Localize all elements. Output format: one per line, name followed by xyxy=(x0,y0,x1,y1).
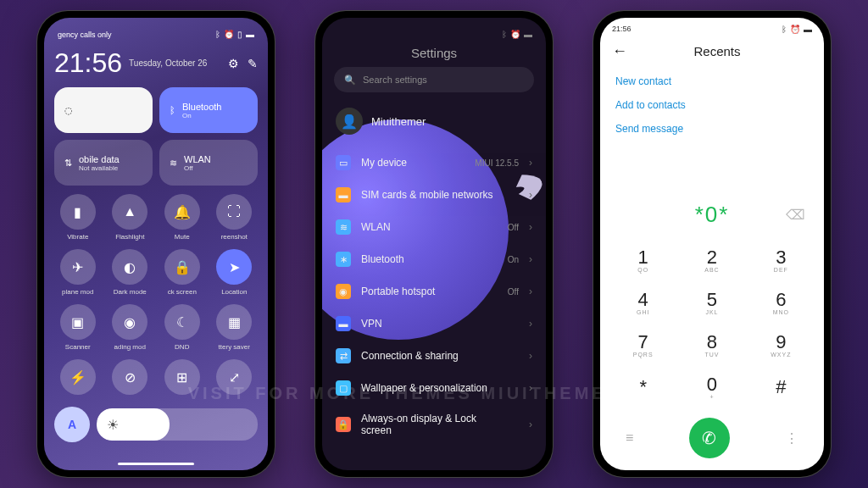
qs-label: plane mod xyxy=(62,288,93,296)
qs-label: Dark mode xyxy=(114,288,147,296)
qs-toggle[interactable]: 🔒 ck screen xyxy=(159,249,206,296)
keypad-key[interactable]: 3 DEF xyxy=(747,238,815,280)
tile-bluetooth[interactable]: ᛒ Bluetooth On xyxy=(159,87,258,133)
bluetooth-icon: ᛒ xyxy=(502,30,507,39)
clock-date: Tuesday, October 26 xyxy=(129,58,221,68)
chevron-right-icon: › xyxy=(529,382,532,394)
dialer-link[interactable]: Send message xyxy=(615,123,809,135)
qs-label: ttery saver xyxy=(219,343,250,351)
key-letters: + xyxy=(709,394,714,400)
settings-item-value: MIUI 12.5.5 xyxy=(475,158,519,168)
backspace-button[interactable]: ⌫ xyxy=(786,207,805,223)
status-time: 21:56 xyxy=(612,25,632,34)
qs-toggle[interactable]: ◐ Dark mode xyxy=(107,249,154,296)
qs-toggle[interactable]: 🔔 Mute xyxy=(159,194,206,241)
qs-toggle[interactable]: ⊘ xyxy=(107,359,154,398)
alarm-icon: ⏰ xyxy=(790,25,800,34)
settings-item[interactable]: ▬ VPN › xyxy=(334,308,534,340)
keypad-key[interactable]: 1 QO xyxy=(609,238,677,280)
status-bar: 21:56 ᛒ ⏰ ▬ xyxy=(600,18,824,37)
edit-icon[interactable]: ✎ xyxy=(248,57,258,70)
key-number: 6 xyxy=(776,289,786,311)
avatar-icon: 👤 xyxy=(336,108,363,135)
tile-mobile-data[interactable]: ⇅ obile data Not available xyxy=(54,140,153,186)
call-button[interactable]: ✆ xyxy=(689,418,730,458)
qs-toggle[interactable]: ➤ Location xyxy=(211,249,259,296)
keypad-key[interactable]: * xyxy=(609,365,677,408)
auto-brightness-button[interactable]: A xyxy=(54,407,90,442)
qs-toggle[interactable]: ⛶ reenshot xyxy=(211,194,259,241)
account-row[interactable]: 👤 Miuithemer xyxy=(334,103,534,147)
qs-toggle[interactable]: ✈ plane mod xyxy=(54,249,102,296)
qs-label: ading mod xyxy=(114,343,146,351)
qs-toggle[interactable]: ▲ Flashlight xyxy=(107,194,154,241)
qs-icon: ⛶ xyxy=(216,194,252,230)
qs-icon: 🔒 xyxy=(164,249,200,285)
keypad-key[interactable]: 0 + xyxy=(677,365,746,408)
menu-button[interactable]: ≡ xyxy=(626,430,633,446)
vibrate-icon: ▯ xyxy=(237,30,242,39)
qs-icon: ☾ xyxy=(164,304,200,340)
settings-item[interactable]: ▢ Wallpaper & personalization › xyxy=(334,372,534,404)
dialer-links: New contactAdd to contactsSend message xyxy=(600,70,824,140)
settings-icon[interactable]: ⚙ xyxy=(228,57,239,70)
key-number: 1 xyxy=(638,247,648,269)
qs-toggle[interactable]: ▣ Scanner xyxy=(54,304,102,351)
settings-item[interactable]: ⇄ Connection & sharing › xyxy=(334,340,534,372)
phone-settings: ᛒ ⏰ ▬ Settings 🔍 Search settings 👤 Miuit… xyxy=(315,11,553,477)
settings-item[interactable]: ▬ SIM cards & mobile networks › xyxy=(334,179,534,211)
qs-toggle[interactable]: ☾ DND xyxy=(159,304,206,351)
qs-toggle[interactable]: ⚡ xyxy=(54,359,102,398)
qs-toggle[interactable]: ▦ ttery saver xyxy=(211,304,259,351)
qs-label: Vibrate xyxy=(67,233,88,241)
settings-item[interactable]: ◉ Portable hotspot Off › xyxy=(334,275,534,308)
settings-item[interactable]: ▭ My device MIUI 12.5.5 › xyxy=(334,147,534,179)
chevron-right-icon: › xyxy=(529,221,532,233)
settings-item-icon: 🔒 xyxy=(336,417,351,432)
settings-item-icon: ⇄ xyxy=(336,348,351,363)
qs-toggle[interactable]: ⤢ xyxy=(211,359,259,398)
settings-item-label: My device xyxy=(361,157,407,169)
bluetooth-icon: ᛒ xyxy=(215,30,220,39)
key-number: 2 xyxy=(707,247,717,269)
carrier-text: gency calls only xyxy=(58,30,112,39)
keypad-key[interactable]: # xyxy=(747,365,815,408)
tile-bluetooth-sub: On xyxy=(182,112,221,119)
qs-label: Flashlight xyxy=(115,233,144,241)
settings-item-label: SIM cards & mobile networks xyxy=(361,189,492,201)
keypad-key[interactable]: 9 WXYZ xyxy=(747,323,815,365)
search-settings-input[interactable]: 🔍 Search settings xyxy=(334,67,534,92)
qs-toggle[interactable]: ▮ Vibrate xyxy=(54,194,102,241)
settings-item[interactable]: 🔒 Always-on display & Lock screen › xyxy=(334,404,534,445)
keypad-key[interactable]: 6 MNO xyxy=(747,280,815,323)
tile-data-label: obile data xyxy=(79,154,120,164)
dialer-link[interactable]: Add to contacts xyxy=(615,99,809,111)
keypad-key[interactable]: 8 TUV xyxy=(677,323,746,365)
keypad-key[interactable]: 4 GHI xyxy=(609,280,677,323)
keypad-key[interactable]: 2 ABC xyxy=(677,238,746,280)
qs-icon: ⊘ xyxy=(112,359,147,395)
chevron-right-icon: › xyxy=(529,253,532,265)
keypad-key[interactable]: 5 JKL xyxy=(677,280,746,323)
qs-toggle[interactable]: ◉ ading mod xyxy=(107,304,154,351)
settings-item-value: Off xyxy=(508,287,519,297)
status-bar: gency calls only ᛒ ⏰ ▯ ▬ xyxy=(54,28,258,44)
qs-label: ck screen xyxy=(168,288,197,296)
brightness-slider[interactable]: ☀ xyxy=(97,408,258,441)
settings-item[interactable]: ≋ WLAN Off › xyxy=(334,211,534,243)
qs-toggle[interactable]: ⊞ xyxy=(159,359,206,398)
keypad-key[interactable]: 7 PQRS xyxy=(609,323,677,365)
dialer-link[interactable]: New contact xyxy=(615,75,809,87)
tile-water[interactable]: ◌ xyxy=(54,87,153,133)
qs-label: Location xyxy=(221,288,247,296)
settings-item[interactable]: ∗ Bluetooth On › xyxy=(334,243,534,275)
key-number: 3 xyxy=(776,247,786,269)
more-button[interactable]: ⋮ xyxy=(785,430,798,446)
battery-icon: ▬ xyxy=(804,25,812,34)
qs-icon: ▦ xyxy=(216,304,252,340)
tile-wlan[interactable]: ≋ WLAN Off xyxy=(159,140,258,186)
chevron-right-icon: › xyxy=(529,350,532,362)
home-indicator[interactable] xyxy=(118,463,194,465)
data-icon: ⇅ xyxy=(64,158,72,169)
settings-item-icon: ▬ xyxy=(336,316,351,331)
